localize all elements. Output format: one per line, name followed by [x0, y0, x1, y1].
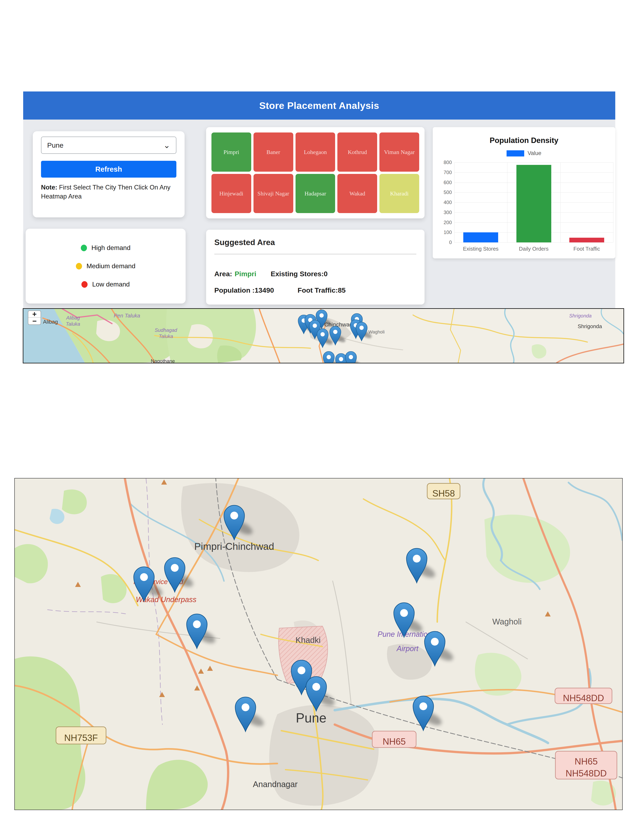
legend-item: Medium demand [25, 262, 186, 270]
zoom-out-button[interactable]: − [28, 318, 41, 324]
road-badge-text: NH548DD [563, 693, 604, 703]
legend-item-label: High demand [92, 244, 130, 252]
road-badge-nh753f: NH753F [56, 727, 106, 744]
detail-map[interactable]: SH58NH753FNH65NH548DDNH65NH548DD Pimpri-… [14, 478, 623, 810]
road-badge-nh548dd: NH548DD [555, 688, 612, 704]
heatmap-area-shivaji-nagar[interactable]: Shivaji Nagar [253, 174, 293, 213]
population-density-chart-card: Population Density Value 010020030040050… [433, 127, 615, 258]
y-axis-tick: 100 [444, 229, 452, 235]
map-place-label: Wagholi [492, 617, 522, 626]
peak-triangle-icon [75, 582, 81, 587]
heatmap-area-lohegaon[interactable]: Lohegaon [296, 133, 335, 172]
legend-item: Low demand [25, 281, 186, 288]
map-zoom-control: + − [28, 311, 41, 325]
heatmap-area-wakad[interactable]: Wakad [337, 174, 377, 213]
map-place-label: Nagothane [151, 358, 175, 363]
refresh-button[interactable]: Refresh [41, 161, 176, 178]
road-badge-text: NH65 [383, 736, 406, 747]
y-axis-tick: 200 [444, 219, 452, 226]
heatmap-area-hadapsar[interactable]: Hadapsar [296, 174, 335, 213]
legend-item-label: Medium demand [87, 262, 135, 270]
legend-swatch [507, 150, 524, 156]
map-pin-icon[interactable] [187, 614, 217, 649]
map-pin-icon[interactable] [235, 697, 266, 731]
map-place-label: Anandnagar [253, 780, 297, 789]
foot-traffic-value: 85 [338, 286, 346, 294]
heatmap-grid: PimpriBanerLohegaonKothrudViman NagarHin… [212, 133, 419, 213]
heatmap-area-pimpri[interactable]: Pimpri [212, 133, 251, 172]
overview-map-canvas: Pen TalukaAlibagAlibagTalukaSudhagadTalu… [24, 309, 623, 363]
gridline [613, 163, 613, 242]
road-badge-text: NH65 [575, 756, 598, 766]
demand-legend-card: High demandMedium demandLow demand [25, 229, 186, 303]
legend-item: High demand [25, 244, 186, 252]
heatmap-area-kharadi[interactable]: Kharadi [379, 174, 419, 213]
map-place-label: Alibag [66, 315, 80, 321]
map-pin-icon[interactable] [413, 696, 444, 731]
strip-map-markers [298, 310, 373, 363]
foot-traffic-label: Foot Traffic: [297, 286, 338, 294]
road-badge-sh58: SH58 [427, 483, 460, 499]
suggested-stats-row: Population : 13490 Foot Traffic: 85 [214, 286, 346, 294]
road-badge-text: NH548DD [566, 768, 607, 778]
legend-item-label: Low demand [92, 281, 130, 288]
map-place-label: Khadki [296, 636, 321, 644]
map-place-label: Shrigonda [569, 313, 591, 319]
population-value: 13490 [254, 286, 274, 294]
demand-dot-icon [76, 263, 82, 270]
page-title: Store Placement Analysis [259, 100, 379, 111]
legend-label: Value [528, 150, 541, 156]
map-place-label: Airport [396, 644, 419, 653]
map-pin-icon[interactable] [406, 548, 437, 583]
map-pin-icon[interactable] [345, 352, 362, 363]
x-axis-label: Foot Traffic [574, 246, 600, 252]
peak-triangle-icon [159, 692, 165, 697]
map-pin-icon[interactable] [164, 557, 195, 592]
divider [214, 254, 416, 254]
y-axis-tick: 700 [444, 170, 452, 175]
y-axis-tick: 600 [444, 180, 452, 185]
map-place-label: Pen Taluka [114, 313, 140, 319]
map-place-label: Alibag [43, 319, 58, 325]
note-text: Note: First Select The City Then Click O… [41, 183, 174, 201]
chart-legend[interactable]: Value [433, 150, 615, 156]
peak-triangle-icon [207, 666, 213, 671]
suggested-area-heading: Suggested Area [214, 238, 416, 247]
map-place-label: Pimpri-Chinchwad [194, 541, 274, 552]
detail-map-canvas: SH58NH753FNH65NH548DDNH65NH548DD Pimpri-… [15, 478, 622, 810]
map-place-label: Sudhagad [155, 327, 177, 333]
app-header: Store Placement Analysis [23, 92, 615, 120]
peak-triangle-icon [194, 685, 200, 690]
gridline [507, 163, 507, 242]
stores-value: 0 [324, 270, 328, 278]
y-axis-tick: 800 [444, 159, 452, 165]
map-terrain [15, 483, 616, 810]
x-axis-label: Daily Orders [519, 246, 548, 252]
overview-map[interactable]: + − Pen TalukaAliba [23, 308, 624, 363]
y-axis-tick: 300 [444, 210, 452, 215]
peak-triangle-icon [198, 669, 204, 674]
heatmap-area-viman-nagar[interactable]: Viman Nagar [379, 133, 419, 172]
suggested-area-card: Suggested Area Area: Pimpri Existing Sto… [206, 230, 425, 305]
city-select[interactable]: Pune ⌄ [41, 137, 176, 154]
controls-card: Pune ⌄ Refresh Note: First Select The Ci… [33, 131, 185, 217]
gridline [560, 163, 561, 242]
bar-daily-orders [517, 165, 551, 242]
demand-dot-icon [81, 245, 87, 251]
area-label: Area: [214, 270, 232, 278]
gridline [454, 242, 613, 243]
peak-triangle-icon [545, 611, 551, 616]
heatmap-area-hinjewadi[interactable]: Hinjewadi [212, 174, 251, 213]
heatmap-area-kothrud[interactable]: Kothrud [337, 133, 377, 172]
y-axis-tick: 500 [444, 189, 452, 195]
heatmap-area-baner[interactable]: Baner [253, 133, 293, 172]
road-badge-text: SH58 [432, 488, 455, 498]
city-select-value: Pune [47, 141, 63, 149]
stores-label: Existing Stores: [271, 270, 324, 278]
chevron-down-icon: ⌄ [163, 143, 170, 147]
road-badge-nh65-nh548dd: NH65NH548DD [555, 751, 617, 779]
map-place-label: Taluka [66, 321, 80, 327]
population-label: Population : [214, 286, 254, 294]
bar-existing-stores [463, 232, 498, 242]
road-badge-text: NH753F [64, 733, 98, 743]
